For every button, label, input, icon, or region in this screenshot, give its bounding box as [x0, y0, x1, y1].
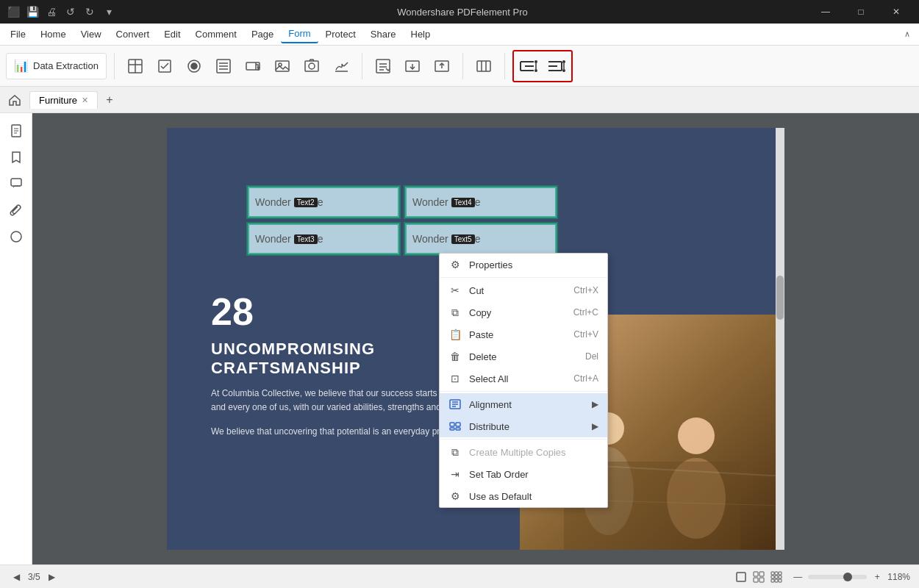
zoom-out-button[interactable]: — — [790, 570, 805, 584]
menu-form[interactable]: Form — [281, 25, 318, 43]
scrollbar-thumb[interactable] — [776, 276, 784, 320]
svg-rect-22 — [477, 61, 490, 71]
align-left-button[interactable] — [515, 53, 542, 79]
app-icon: ⬛ — [6, 4, 21, 19]
tab-close-icon[interactable]: ✕ — [82, 96, 88, 105]
field-text2-suffix: e — [318, 196, 323, 208]
menu-convert[interactable]: Convert — [109, 26, 157, 43]
pdf-page: Wonder Text2 e Wonder Text4 e Wonder Tex… — [167, 128, 784, 550]
sidebar-page-icon[interactable] — [4, 119, 28, 143]
svg-rect-59 — [450, 428, 454, 430]
data-extraction-button[interactable]: 📊 Data Extraction — [6, 53, 107, 79]
photo-field-button[interactable] — [298, 50, 325, 82]
align-right-button[interactable] — [543, 53, 570, 79]
redo-icon[interactable]: ↻ — [82, 4, 97, 19]
svg-point-44 — [11, 232, 21, 242]
home-button[interactable] — [3, 88, 26, 112]
menu-file[interactable]: File — [3, 26, 33, 43]
print-icon[interactable]: 🖨 — [44, 4, 59, 19]
maximize-button[interactable]: □ — [844, 0, 878, 24]
ctx-tab-order[interactable]: ⇥ Set Tab Order — [440, 463, 607, 485]
title-bar: ⬛ 💾 🖨 ↺ ↻ ▾ Wondershare PDFelement Pro —… — [0, 0, 919, 24]
sidebar-bookmark-icon[interactable] — [4, 146, 28, 169]
sidebar-circle-icon[interactable] — [4, 225, 28, 248]
table-field-button[interactable] — [122, 50, 149, 82]
check-field-button[interactable] — [151, 50, 178, 82]
svg-rect-68 — [779, 572, 782, 575]
ctx-selectall[interactable]: ⊡ Select All Ctrl+A — [440, 368, 607, 390]
form-recognize-button[interactable] — [370, 50, 396, 82]
field-text4-suffix: e — [475, 196, 481, 208]
paste-icon: 📋 — [448, 328, 462, 341]
menu-protect[interactable]: Protect — [318, 26, 363, 43]
combo-field-button[interactable] — [240, 50, 266, 82]
minimize-button[interactable]: — — [809, 0, 843, 24]
context-menu: ⚙ Properties ✂ Cut Ctrl+X ⧉ Copy Ctrl+C … — [439, 253, 608, 508]
ctx-cut[interactable]: ✂ Cut Ctrl+X — [440, 279, 607, 301]
create-copies-icon: ⧉ — [448, 445, 462, 459]
next-page-button[interactable]: ▶ — [45, 570, 60, 584]
ctx-alignment[interactable]: Alignment ▶ — [440, 393, 607, 415]
sign-field-button[interactable] — [328, 50, 354, 82]
form-import-button[interactable] — [399, 50, 426, 82]
dropdown-icon[interactable]: ▾ — [101, 4, 116, 19]
sidebar-comment-icon[interactable] — [4, 172, 28, 196]
ctx-paste-shortcut: Ctrl+V — [573, 329, 598, 340]
zoom-slider[interactable] — [808, 575, 867, 579]
zoom-in-button[interactable]: + — [870, 570, 884, 584]
svg-rect-70 — [775, 576, 778, 578]
menu-comment[interactable]: Comment — [188, 26, 244, 43]
window-controls: — □ ✕ — [809, 0, 913, 24]
form-field-text5[interactable]: Wonder Text5 e — [405, 223, 557, 254]
menu-help[interactable]: Help — [404, 26, 438, 43]
form-field-text2[interactable]: Wonder Text2 e — [248, 187, 399, 218]
tab-bar: Furniture ✕ + — [0, 87, 919, 113]
view-quad-button[interactable] — [768, 569, 784, 585]
svg-rect-61 — [737, 573, 745, 581]
ctx-properties[interactable]: ⚙ Properties — [440, 254, 607, 276]
cut-icon: ✂ — [448, 284, 462, 297]
ctx-delete-label: Delete — [469, 351, 497, 362]
image-field-button[interactable] — [269, 50, 296, 82]
form-field-text3[interactable]: Wonder Text3 e — [248, 223, 399, 254]
vertical-scrollbar[interactable] — [776, 128, 784, 550]
ctx-delete[interactable]: 🗑 Delete Del — [440, 345, 607, 368]
ctx-paste[interactable]: 📋 Paste Ctrl+V — [440, 323, 607, 345]
tab-label: Furniture — [39, 95, 77, 106]
form-field-text4[interactable]: Wonder Text4 e — [405, 187, 557, 218]
prev-page-button[interactable]: ◀ — [9, 570, 24, 584]
menu-collapse-icon[interactable]: ∧ — [904, 29, 916, 39]
close-button[interactable]: ✕ — [879, 0, 913, 24]
menu-home[interactable]: Home — [33, 26, 74, 43]
form-export-button[interactable] — [429, 50, 455, 82]
status-bar: ◀ 3/5 ▶ — + 118% — [0, 564, 919, 588]
undo-icon[interactable]: ↺ — [63, 4, 78, 19]
save-icon[interactable]: 💾 — [25, 4, 40, 19]
menu-page[interactable]: Page — [244, 26, 281, 43]
menu-share[interactable]: Share — [363, 26, 404, 43]
view-single-button[interactable] — [733, 569, 749, 585]
field-text3-badge: Text3 — [294, 234, 318, 244]
use-default-icon: ⚙ — [448, 490, 462, 503]
ribbon-tools — [122, 50, 354, 82]
field-text5-suffix: e — [475, 233, 481, 245]
sidebar-attachment-icon[interactable] — [4, 198, 28, 222]
menu-view[interactable]: View — [74, 26, 109, 43]
ctx-create-copies: ⧉ Create Multiple Copies — [440, 441, 607, 463]
menu-edit[interactable]: Edit — [157, 26, 187, 43]
pdf-area[interactable]: Wonder Text2 e Wonder Text4 e Wonder Tex… — [32, 113, 919, 564]
field-text5-badge: Text5 — [451, 234, 475, 244]
status-right: — + 118% — [733, 569, 910, 585]
add-tab-button[interactable]: + — [101, 91, 118, 109]
svg-rect-67 — [775, 572, 778, 575]
radio-field-button[interactable] — [181, 50, 207, 82]
alignment-arrow-icon: ▶ — [592, 399, 598, 409]
form-grid-button[interactable] — [471, 50, 497, 82]
list-field-button[interactable] — [210, 50, 237, 82]
svg-rect-60 — [456, 428, 460, 430]
ctx-use-default[interactable]: ⚙ Use as Default — [440, 485, 607, 507]
view-grid-button[interactable] — [751, 569, 767, 585]
ctx-distribute[interactable]: Distribute ▶ — [440, 415, 607, 437]
ctx-copy[interactable]: ⧉ Copy Ctrl+C — [440, 301, 607, 323]
tab-furniture[interactable]: Furniture ✕ — [29, 91, 98, 109]
